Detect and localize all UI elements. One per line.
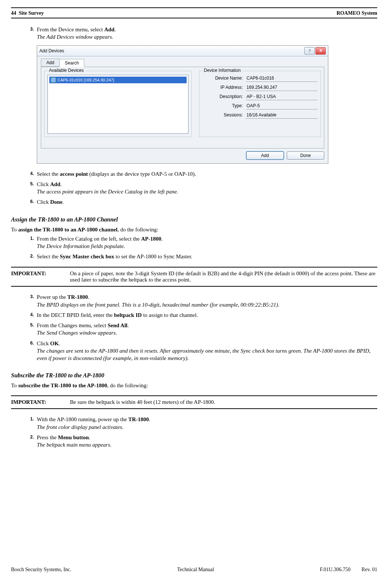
available-legend: Available Devices (47, 68, 85, 73)
important-2: IMPORTANT:Be sure the beltpack is within… (11, 395, 377, 409)
step-4: 4. Select the access point (displays as … (37, 170, 377, 178)
footer-doc: F.01U.306.750 (320, 567, 350, 573)
footer-center: Technical Manual (177, 567, 214, 573)
important-1: IMPORTANT:On a piece of paper, note the … (11, 267, 377, 287)
device-icon (51, 77, 56, 83)
name-field[interactable] (246, 75, 318, 82)
step-text: From the Device menu, select Add. (37, 27, 116, 32)
done-button[interactable]: Done (287, 151, 324, 160)
important-label: IMPORTANT: (11, 270, 70, 283)
step-5: 5. Click Add. The access point appears i… (37, 181, 377, 196)
close-icon: ✕ (319, 48, 322, 53)
help-button[interactable]: ? (304, 47, 315, 55)
step-num: 4. (23, 171, 34, 177)
b-step-5: 5.From the Changes menu, select Send All… (37, 322, 377, 337)
important-text: On a piece of paper, note the 3-digit Sy… (70, 270, 377, 283)
dialog-title: Add Devices (39, 48, 304, 53)
info-legend: Device Information (202, 68, 242, 73)
add-devices-dialog: Add Devices ? ✕ Add Search Available Dev… (37, 45, 328, 164)
type-field[interactable] (246, 102, 318, 109)
section-b-intro: To assign the TR-1800 to an AP-1800 chan… (11, 227, 377, 233)
section-c-intro: To subscribe the TR-1800 to the AP-1800,… (11, 382, 377, 389)
c-step-1: 1.With the AP-1800 running, power up the… (37, 416, 377, 431)
c-step-2: 2.Press the Menu button.The beltpack mai… (37, 434, 377, 449)
header-left: 44 Site Survey (11, 10, 44, 16)
name-label: Device Name: (202, 76, 243, 81)
device-info-group: Device Information Device Name: IP Addre… (199, 71, 321, 137)
ip-label: IP Address: (202, 85, 243, 90)
page-number: 44 (11, 10, 16, 16)
footer-left: Bosch Security Systems, Inc. (11, 567, 71, 573)
footer-rev: Rev. 01 (361, 567, 377, 573)
section-c-title: Subscribe the TR-1800 to the AP-1800 (11, 372, 377, 379)
step-num: 6. (23, 199, 34, 205)
type-label: Type: (202, 103, 243, 108)
step-text: Select the access point (displays as the… (37, 171, 196, 177)
ip-field[interactable] (246, 84, 318, 91)
step-6: 6. Click Done. (37, 198, 377, 206)
sess-field[interactable] (246, 112, 318, 119)
help-icon: ? (308, 49, 311, 53)
step-num: 3. (23, 26, 34, 32)
tab-add[interactable]: Add (41, 59, 60, 67)
available-devices-group: Available Devices CAP6-01c016 [169.254.9… (44, 71, 192, 137)
list-item[interactable]: CAP6-01c016 [169.254.90.247] (49, 77, 187, 83)
desc-field[interactable] (246, 93, 318, 100)
add-button[interactable]: Add (246, 151, 284, 160)
step-result: The Add Devices window appears. (37, 34, 113, 40)
b-step-3: 3.Power up the TR-1800.The BPID displays… (37, 293, 377, 308)
header-right: ROAMEO System (336, 10, 377, 16)
b-step-4: 4.In the DECT BPID field, enter the belt… (37, 311, 377, 319)
b-step-2: 2.Select the Sync Master check box to se… (37, 253, 377, 260)
b-step-1: 1.From the Device Catalog on the left, s… (37, 235, 377, 250)
section-b-title: Assign the TR-1800 to an AP-1800 Channel (11, 216, 377, 223)
desc-label: Description: (202, 94, 243, 99)
chapter-title: Site Survey (19, 10, 44, 16)
titlebar[interactable]: Add Devices ? ✕ (37, 46, 328, 56)
b-step-6: 6.Click OK.The changes are sent to the A… (37, 340, 377, 362)
important-text: Be sure the beltpack is within 40 feet (… (70, 399, 377, 405)
sess-label: Sessions: (202, 112, 243, 118)
step-num: 5. (23, 181, 34, 187)
step-text: Click Add. (37, 181, 62, 187)
important-label: IMPORTANT: (11, 399, 70, 405)
step-3: 3. From the Device menu, select Add. The… (37, 26, 377, 41)
step-text: Click Done. (37, 199, 64, 205)
list-item-label: CAP6-01c016 [169.254.90.247] (57, 78, 114, 82)
close-button[interactable]: ✕ (315, 47, 326, 55)
available-listbox[interactable]: CAP6-01c016 [169.254.90.247] (47, 75, 188, 134)
step-result: The access point appears in the Device C… (37, 189, 178, 195)
tab-search[interactable]: Search (59, 59, 84, 67)
